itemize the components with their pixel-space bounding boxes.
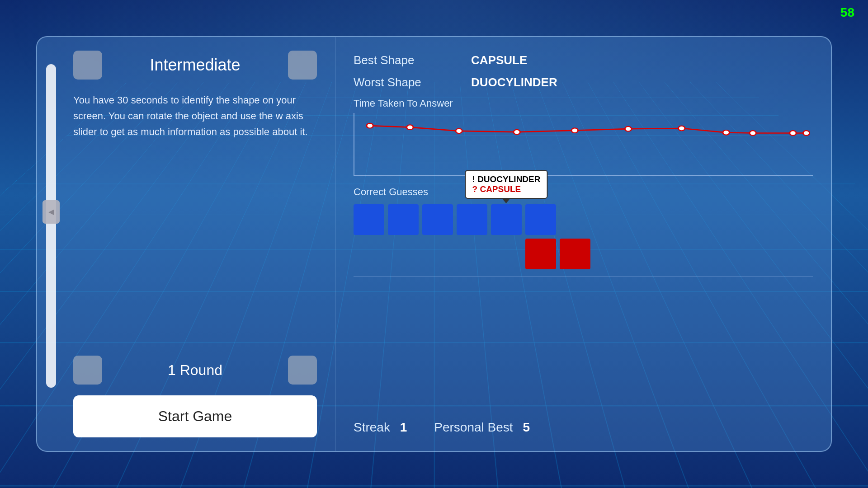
guess-block-5 <box>491 204 522 235</box>
round-label: 1 Round <box>109 362 281 379</box>
guesses-title: Correct Guesses <box>354 186 813 198</box>
guess-block-6 <box>525 204 556 235</box>
level-title: Intermediate <box>109 56 281 75</box>
round-row: 1 Round <box>73 356 317 385</box>
chart-svg <box>354 113 813 175</box>
prev-round-button[interactable] <box>73 356 102 385</box>
wrong-blocks-row <box>525 239 813 269</box>
wrong-block-2 <box>560 239 590 269</box>
slider-thumb[interactable] <box>42 200 60 224</box>
svg-point-8 <box>750 131 756 136</box>
header-row: Intermediate <box>73 51 317 80</box>
guesses-row: ! DUOCYLINDER ? CAPSULE <box>354 204 813 235</box>
streak-value: 1 <box>400 420 407 434</box>
best-shape-label: Best Shape <box>354 53 471 67</box>
guess-block-3 <box>422 204 453 235</box>
worst-shape-value: DUOCYLINDER <box>471 75 557 89</box>
svg-point-4 <box>571 128 578 133</box>
divider <box>354 277 813 277</box>
chart-container <box>354 113 813 176</box>
svg-point-6 <box>678 126 684 131</box>
best-shape-value: CAPSULE <box>471 53 527 67</box>
tooltip-box: ! DUOCYLINDER ? CAPSULE <box>465 170 548 199</box>
prev-level-button[interactable] <box>73 51 102 80</box>
wrong-block-1 <box>525 239 556 269</box>
best-shape-row: Best Shape CAPSULE <box>354 53 813 67</box>
svg-point-1 <box>407 125 413 130</box>
worst-shape-row: Worst Shape DUOCYLINDER <box>354 75 813 89</box>
chart-section: Time Taken To Answer <box>354 98 813 176</box>
streak-row: Streak 1 Personal Best 5 <box>354 413 813 435</box>
svg-point-5 <box>625 127 631 131</box>
personal-best-group: Personal Best 5 <box>434 420 530 435</box>
tooltip-arrow <box>502 198 511 203</box>
tooltip-correct: ? CAPSULE <box>472 184 521 194</box>
start-game-button[interactable]: Start Game <box>73 395 317 437</box>
svg-point-7 <box>723 130 729 135</box>
svg-point-0 <box>367 123 373 128</box>
guess-block-2 <box>388 204 419 235</box>
guess-block-1 <box>354 204 384 235</box>
streak-label: Streak 1 <box>354 420 407 435</box>
tooltip-container: ! DUOCYLINDER ? CAPSULE <box>491 204 522 235</box>
chart-title: Time Taken To Answer <box>354 98 813 109</box>
guess-block-4 <box>457 204 487 235</box>
svg-point-9 <box>790 131 796 136</box>
worst-shape-label: Worst Shape <box>354 75 471 89</box>
next-round-button[interactable] <box>288 356 317 385</box>
right-panel: Best Shape CAPSULE Worst Shape DUOCYLIND… <box>335 37 831 451</box>
next-level-button[interactable] <box>288 51 317 80</box>
main-card: Intermediate You have 30 seconds to iden… <box>36 36 832 452</box>
svg-point-10 <box>803 131 809 136</box>
personal-best-value: 5 <box>523 420 530 434</box>
left-panel: Intermediate You have 30 seconds to iden… <box>37 37 335 451</box>
svg-point-2 <box>456 129 462 134</box>
tooltip-wrong: ! DUOCYLINDER <box>472 174 541 184</box>
frame-counter: 58 <box>840 5 854 20</box>
level-description: You have 30 seconds to identify the shap… <box>73 92 317 140</box>
svg-point-3 <box>514 130 520 135</box>
vertical-slider[interactable] <box>46 64 56 388</box>
